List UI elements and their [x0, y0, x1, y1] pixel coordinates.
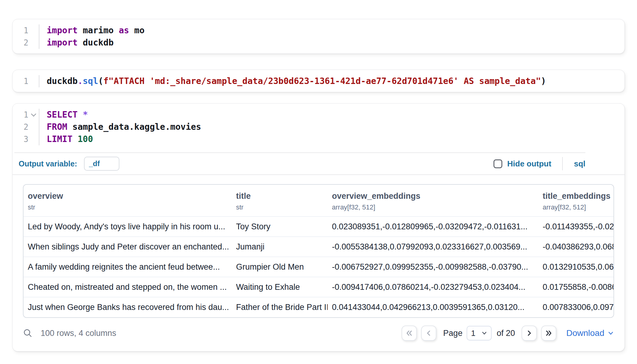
table-cell: Toy Story [232, 217, 328, 237]
line-number: 2 [13, 121, 39, 133]
code-editor[interactable]: 1import marimo as mo2import duckdb [13, 19, 624, 53]
column-header-title_embeddings[interactable]: title_embeddingsarray[f32, 512] [538, 185, 613, 217]
line-number: 1 [13, 24, 39, 37]
table-cell: A family wedding reignites the ancient f… [24, 257, 232, 277]
column-header-overview_embeddings[interactable]: overview_embeddingsarray[f32, 512] [328, 185, 538, 217]
output-variable-row: Output variable: Hide output sql [13, 153, 624, 174]
table-cell: -0.009417406,0.07860214,-0.023279453,0.0… [328, 277, 538, 297]
next-page-button[interactable] [522, 326, 537, 341]
hide-output-label[interactable]: Hide output [507, 159, 551, 169]
first-page-button[interactable] [402, 326, 417, 341]
page-label: Page [443, 329, 462, 338]
chevrons-left-icon [405, 329, 414, 338]
column-name: overview [28, 191, 228, 201]
last-page-button[interactable] [541, 326, 556, 341]
table-cell: When siblings Judy and Peter discover an… [24, 237, 232, 257]
code-cell-attach[interactable]: 1duckdb.sql(f"ATTACH 'md:_share/sample_d… [12, 70, 625, 92]
table-cell: -0.0055384138,0.07992093,0.023316627,0.0… [328, 237, 538, 257]
table-cell: -0.006752927,0.099952355,-0.009982588,-0… [328, 257, 538, 277]
code-cell-imports[interactable]: 1import marimo as mo2import duckdb [12, 19, 625, 54]
table-cell: -0.011439355,-0.02752... [538, 217, 613, 237]
code-line[interactable]: 1SELECT * [13, 109, 624, 121]
code-text[interactable]: LIMIT 100 [39, 133, 624, 145]
sql-cell[interactable]: 1SELECT *2FROM sample_data.kaggle.movies… [12, 103, 625, 351]
notebook: 1import marimo as mo2import duckdb 1duck… [0, 0, 637, 351]
chevron-right-icon [525, 329, 534, 338]
column-name: title_embeddings [543, 191, 609, 201]
table-cell: Father of the Bride Part II [232, 297, 328, 317]
table-cell: 0.007833006,0.097801... [538, 297, 613, 317]
column-header-overview[interactable]: overviewstr [24, 185, 232, 217]
code-line[interactable]: 3LIMIT 100 [13, 133, 624, 145]
hide-output-checkbox[interactable] [493, 159, 502, 168]
results-table-container: overviewstrtitlestroverview_embeddingsar… [23, 184, 614, 318]
code-text[interactable]: SELECT * [39, 109, 624, 121]
line-number: 1 [13, 109, 39, 121]
line-number: 3 [13, 133, 39, 145]
prev-page-button[interactable] [421, 326, 436, 341]
table-row[interactable]: Cheated on, mistreated and stepped on, t… [24, 277, 613, 297]
table-cell: Jumanji [232, 237, 328, 257]
vertical-divider [562, 157, 563, 170]
code-editor[interactable]: 1SELECT *2FROM sample_data.kaggle.movies… [13, 104, 624, 150]
table-cell: 0.01755858,-0.0086286... [538, 277, 613, 297]
table-status: 100 rows, 4 columns [41, 329, 116, 338]
table-cell: Grumpier Old Men [232, 257, 328, 277]
table-row[interactable]: When siblings Judy and Peter discover an… [24, 237, 613, 257]
table-cell: 0.0132910535,0.06958... [538, 257, 613, 277]
line-number: 2 [13, 37, 39, 49]
code-editor[interactable]: 1duckdb.sql(f"ATTACH 'md:_share/sample_d… [13, 70, 624, 92]
code-text[interactable]: import marimo as mo [39, 24, 624, 37]
table-cell: Cheated on, mistreated and stepped on, t… [24, 277, 232, 297]
column-type: array[f32, 512] [332, 203, 534, 211]
table-row[interactable]: Just when George Banks has recovered fro… [24, 297, 613, 317]
column-type: array[f32, 512] [543, 203, 609, 211]
column-type: str [28, 203, 228, 211]
language-badge[interactable]: sql [574, 159, 585, 169]
chevron-left-icon [424, 329, 433, 338]
table-row[interactable]: A family wedding reignites the ancient f… [24, 257, 613, 277]
code-text[interactable]: FROM sample_data.kaggle.movies [39, 121, 624, 133]
page-select-value: 1 [471, 329, 475, 338]
column-name: title [236, 191, 323, 201]
download-chevron-icon [607, 330, 614, 337]
table-row[interactable]: Led by Woody, Andy's toys live happily i… [24, 217, 613, 237]
pagination: Page 1 of 20 [402, 326, 614, 341]
results-table: overviewstrtitlestroverview_embeddingsar… [24, 185, 613, 317]
table-cell: 0.041433044,0.042966213,0.0039591365,0.0… [328, 297, 538, 317]
search-icon[interactable] [23, 328, 33, 338]
table-cell: Just when George Banks has recovered fro… [24, 297, 232, 317]
code-text[interactable]: import duckdb [39, 37, 624, 49]
page-count-label: of 20 [497, 329, 515, 338]
download-button[interactable]: Download [566, 328, 614, 338]
code-line[interactable]: 1import marimo as mo [13, 24, 624, 37]
panel-divider [13, 174, 624, 175]
output-variable-input[interactable] [84, 157, 119, 171]
chevrons-right-icon [544, 329, 553, 338]
column-type: str [236, 203, 323, 211]
table-cell: Led by Woody, Andy's toys live happily i… [24, 217, 232, 237]
output-variable-label: Output variable: [19, 159, 77, 168]
line-number: 1 [13, 75, 39, 87]
table-cell: 0.023089351,-0.012809965,-0.03209472,-0.… [328, 217, 538, 237]
table-footer: 100 rows, 4 columns Page 1 [23, 318, 614, 351]
page-select[interactable]: 1 [467, 326, 492, 340]
code-line[interactable]: 2import duckdb [13, 37, 624, 49]
column-header-title[interactable]: titlestr [232, 185, 328, 217]
table-cell: Waiting to Exhale [232, 277, 328, 297]
code-line[interactable]: 1duckdb.sql(f"ATTACH 'md:_share/sample_d… [13, 75, 624, 87]
table-cell: -0.040386293,0.068451... [538, 237, 613, 257]
fold-chevron-icon[interactable] [31, 111, 36, 117]
code-text[interactable]: duckdb.sql(f"ATTACH 'md:_share/sample_da… [39, 75, 624, 87]
column-name: overview_embeddings [332, 191, 534, 201]
download-label: Download [566, 328, 604, 338]
code-line[interactable]: 2FROM sample_data.kaggle.movies [13, 121, 624, 133]
chevron-down-icon [481, 330, 487, 336]
